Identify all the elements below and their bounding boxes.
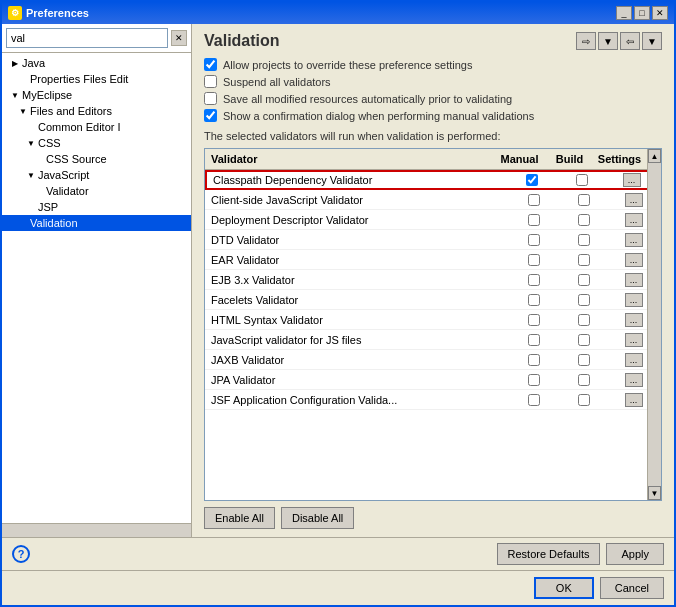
td-settings-button[interactable]: ...	[625, 193, 643, 207]
td-manual	[506, 374, 561, 386]
td-manual-checkbox[interactable]	[528, 194, 540, 206]
td-build-checkbox[interactable]	[578, 354, 590, 366]
td-build-checkbox[interactable]	[578, 274, 590, 286]
scroll-down-arrow[interactable]: ▼	[648, 486, 661, 500]
td-validator: Classpath Dependency Validator	[207, 173, 504, 187]
search-clear-button[interactable]: ✕	[171, 30, 187, 46]
checkbox-override-input[interactable]	[204, 58, 217, 71]
td-settings-button[interactable]: ...	[625, 393, 643, 407]
table-row: DTD Validator ...	[205, 230, 661, 250]
td-validator: DTD Validator	[205, 233, 506, 247]
minimize-button[interactable]: _	[616, 6, 632, 20]
td-build-checkbox[interactable]	[578, 234, 590, 246]
enable-all-button[interactable]: Enable All	[204, 507, 275, 529]
td-build	[561, 194, 606, 206]
td-build-checkbox[interactable]	[578, 394, 590, 406]
disable-all-button[interactable]: Disable All	[281, 507, 354, 529]
table-row: EJB 3.x Validator ...	[205, 270, 661, 290]
checkbox-suspend-input[interactable]	[204, 75, 217, 88]
tree-item-css[interactable]: ▼ CSS	[2, 135, 191, 151]
search-input[interactable]	[6, 28, 168, 48]
td-manual	[506, 354, 561, 366]
td-manual-checkbox[interactable]	[528, 314, 540, 326]
td-build-checkbox[interactable]	[578, 374, 590, 386]
maximize-button[interactable]: □	[634, 6, 650, 20]
td-manual-checkbox[interactable]	[528, 294, 540, 306]
td-manual-checkbox[interactable]	[528, 214, 540, 226]
td-build	[559, 174, 604, 186]
nav-dropdown2-button[interactable]: ▼	[642, 32, 662, 50]
td-settings-button[interactable]: ...	[625, 333, 643, 347]
title-bar-buttons: _ □ ✕	[616, 6, 668, 20]
td-settings-button[interactable]: ...	[625, 353, 643, 367]
td-validator: JPA Validator	[205, 373, 506, 387]
checkbox-save-auto-input[interactable]	[204, 92, 217, 105]
td-build-checkbox[interactable]	[578, 254, 590, 266]
td-settings-button[interactable]: ...	[625, 253, 643, 267]
tree-item-java[interactable]: ▶ Java	[2, 55, 191, 71]
td-manual-checkbox[interactable]	[528, 274, 540, 286]
ok-button[interactable]: OK	[534, 577, 594, 599]
td-build-checkbox[interactable]	[578, 294, 590, 306]
tree-label-validator: Validator	[46, 185, 89, 197]
help-button[interactable]: ?	[12, 545, 30, 563]
td-settings-button[interactable]: ...	[623, 173, 641, 187]
checkbox-show-dialog: Show a confirmation dialog when performi…	[204, 109, 662, 122]
left-panel-scrollbar[interactable]	[2, 523, 191, 537]
checkbox-show-dialog-label: Show a confirmation dialog when performi…	[223, 110, 534, 122]
td-build-checkbox[interactable]	[578, 214, 590, 226]
close-button[interactable]: ✕	[652, 6, 668, 20]
restore-defaults-button[interactable]: Restore Defaults	[497, 543, 601, 565]
td-build	[561, 234, 606, 246]
td-build-checkbox[interactable]	[578, 194, 590, 206]
table-row: Classpath Dependency Validator ...	[205, 170, 661, 190]
tree-label-common-editor: Common Editor I	[38, 121, 121, 133]
cancel-button[interactable]: Cancel	[600, 577, 664, 599]
td-manual-checkbox[interactable]	[528, 394, 540, 406]
th-build: Build	[547, 151, 592, 167]
apply-button[interactable]: Apply	[606, 543, 664, 565]
nav-dropdown-button[interactable]: ▼	[598, 32, 618, 50]
tree-item-myeclipse[interactable]: ▼ MyEclipse	[2, 87, 191, 103]
td-manual-checkbox[interactable]	[528, 334, 540, 346]
td-manual-checkbox[interactable]	[526, 174, 538, 186]
td-build	[561, 354, 606, 366]
td-validator: JSF Application Configuration Valida...	[205, 393, 506, 407]
nav-back-button[interactable]: ⇦	[620, 32, 640, 50]
tree-item-properties-files-edit[interactable]: Properties Files Edit	[2, 71, 191, 87]
tree-item-javascript[interactable]: ▼ JavaScript	[2, 167, 191, 183]
checkbox-show-dialog-input[interactable]	[204, 109, 217, 122]
nav-forward-button[interactable]: ⇨	[576, 32, 596, 50]
right-title: Validation	[204, 32, 280, 50]
td-settings-button[interactable]: ...	[625, 213, 643, 227]
td-build-checkbox[interactable]	[578, 314, 590, 326]
tree-item-jsp[interactable]: JSP	[2, 199, 191, 215]
td-settings-button[interactable]: ...	[625, 293, 643, 307]
tree-item-css-source[interactable]: CSS Source	[2, 151, 191, 167]
tree-label-css-source: CSS Source	[46, 153, 107, 165]
td-build-checkbox[interactable]	[578, 334, 590, 346]
td-settings-button[interactable]: ...	[625, 313, 643, 327]
bottom-bar: OK Cancel	[2, 570, 674, 605]
td-build-checkbox[interactable]	[576, 174, 588, 186]
td-settings-button[interactable]: ...	[625, 233, 643, 247]
table-row: Deployment Descriptor Validator ...	[205, 210, 661, 230]
td-settings-button[interactable]: ...	[625, 373, 643, 387]
window-icon: ⚙	[8, 6, 22, 20]
scroll-up-arrow[interactable]: ▲	[648, 149, 661, 163]
td-manual	[506, 214, 561, 226]
td-manual-checkbox[interactable]	[528, 354, 540, 366]
td-manual-checkbox[interactable]	[528, 234, 540, 246]
table-scrollbar[interactable]: ▲ ▼	[647, 149, 661, 500]
td-settings-button[interactable]: ...	[625, 273, 643, 287]
tree-item-validator[interactable]: Validator	[2, 183, 191, 199]
tree-item-common-editor[interactable]: Common Editor I	[2, 119, 191, 135]
validators-table: Validator Manual Build Settings Classpat…	[204, 148, 662, 501]
tree-label-jsp: JSP	[38, 201, 58, 213]
tree-label-css: CSS	[38, 137, 61, 149]
tree-item-validation[interactable]: Validation	[2, 215, 191, 231]
td-manual-checkbox[interactable]	[528, 254, 540, 266]
td-manual-checkbox[interactable]	[528, 374, 540, 386]
tree-item-files-editors[interactable]: ▼ Files and Editors	[2, 103, 191, 119]
td-build	[561, 394, 606, 406]
